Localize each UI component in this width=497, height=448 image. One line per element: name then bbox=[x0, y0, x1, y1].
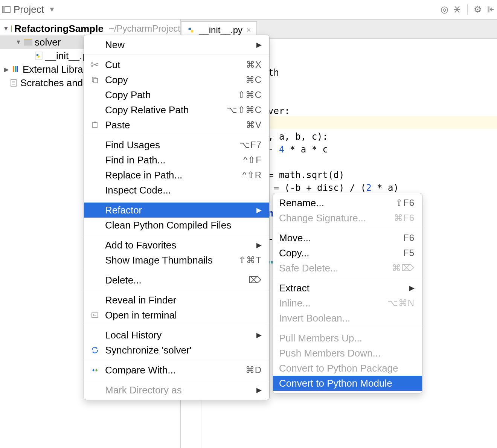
menu-item-inline: Inline...⌥⌘N bbox=[273, 296, 422, 311]
menu-separator bbox=[84, 235, 269, 235]
tab-label: __init__.py bbox=[199, 25, 242, 35]
menu-item-convert-to-module[interactable]: Convert to Python Module bbox=[273, 376, 422, 391]
copy-icon bbox=[90, 76, 100, 83]
menu-item-copy[interactable]: Copy⌘C bbox=[84, 72, 269, 87]
menu-separator bbox=[273, 278, 422, 278]
tree-root-path: ~/PycharmProject bbox=[109, 23, 180, 34]
svg-rect-13 bbox=[94, 78, 98, 83]
menu-item-inspect-code[interactable]: Inspect Code... bbox=[84, 183, 269, 198]
menu-item-push-members-down: Push Members Down... bbox=[273, 346, 422, 361]
paste-icon bbox=[90, 122, 100, 128]
menu-item-compare-with[interactable]: Compare With...⌘D bbox=[84, 363, 269, 378]
menu-item-convert-to-package: Convert to Python Package bbox=[273, 361, 422, 376]
menu-separator bbox=[84, 325, 269, 325]
svg-rect-3 bbox=[488, 6, 489, 12]
collapse-icon[interactable] bbox=[453, 5, 461, 14]
project-toolbar: Project ▼ ◎ ⚙ bbox=[0, 0, 497, 20]
menu-item-move[interactable]: Move...F6 bbox=[273, 230, 422, 245]
python-file-icon bbox=[187, 26, 195, 34]
refactor-submenu: Rename...⇧F6 Change Signature...⌘F6 Move… bbox=[273, 193, 422, 393]
context-menu: New▶ ✂Cut⌘X Copy⌘C Copy Path⇧⌘C Copy Rel… bbox=[84, 35, 270, 400]
submenu-arrow-icon: ▶ bbox=[256, 386, 262, 394]
menu-item-rename[interactable]: Rename...⇧F6 bbox=[273, 195, 422, 210]
menu-item-reveal-finder[interactable]: Reveal in Finder bbox=[84, 293, 269, 308]
compare-icon bbox=[90, 367, 100, 373]
folder-icon bbox=[24, 39, 32, 46]
menu-item-clean-pyc[interactable]: Clean Python Compiled Files bbox=[84, 218, 269, 233]
menu-item-open-terminal[interactable]: Open in terminal bbox=[84, 308, 269, 323]
project-label[interactable]: Project bbox=[14, 4, 44, 15]
menu-item-delete[interactable]: Delete...⌦ bbox=[84, 273, 269, 288]
menu-item-image-thumbnails[interactable]: Show Image Thumbnails⇧⌘T bbox=[84, 253, 269, 268]
gear-icon[interactable]: ⚙ bbox=[474, 5, 482, 14]
hide-icon[interactable] bbox=[486, 5, 495, 14]
folder-icon bbox=[11, 25, 12, 32]
menu-item-cut[interactable]: ✂Cut⌘X bbox=[84, 57, 269, 72]
menu-item-new[interactable]: New▶ bbox=[84, 37, 269, 52]
submenu-arrow-icon: ▶ bbox=[256, 331, 262, 339]
close-icon[interactable]: × bbox=[246, 25, 251, 35]
terminal-icon bbox=[90, 312, 100, 318]
tree-root[interactable]: ▼ RefactoringSample ~/PycharmProject bbox=[0, 22, 180, 35]
disclose-arrow-icon[interactable]: ▶ bbox=[3, 66, 10, 73]
tree-root-name: RefactoringSample bbox=[14, 23, 104, 35]
svg-rect-6 bbox=[15, 66, 16, 72]
menu-separator bbox=[273, 228, 422, 228]
python-file-icon bbox=[35, 52, 43, 60]
menu-separator bbox=[84, 55, 269, 55]
menu-item-add-favorites[interactable]: Add to Favorites▶ bbox=[84, 238, 269, 253]
svg-rect-14 bbox=[93, 122, 97, 128]
menu-item-change-signature: Change Signature...⌘F6 bbox=[273, 210, 422, 226]
menu-item-find-usages[interactable]: Find Usages⌥F7 bbox=[84, 137, 269, 152]
svg-rect-16 bbox=[92, 313, 98, 317]
menu-item-find-in-path[interactable]: Find in Path...^⇧F bbox=[84, 152, 269, 168]
menu-item-refactor[interactable]: Refactor▶ bbox=[84, 203, 269, 218]
menu-item-mark-directory[interactable]: Mark Directory as▶ bbox=[84, 382, 269, 398]
submenu-arrow-icon: ▶ bbox=[409, 284, 415, 292]
sync-icon bbox=[90, 346, 100, 354]
menu-item-copy[interactable]: Copy...F5 bbox=[273, 245, 422, 261]
submenu-arrow-icon: ▶ bbox=[256, 41, 262, 49]
svg-rect-1 bbox=[3, 6, 5, 12]
svg-rect-5 bbox=[13, 66, 14, 72]
menu-item-safe-delete: Safe Delete...⌘⌦ bbox=[273, 261, 422, 276]
cut-icon: ✂ bbox=[90, 59, 100, 71]
menu-item-paste[interactable]: Paste⌘V bbox=[84, 117, 269, 133]
menu-separator bbox=[273, 328, 422, 328]
menu-item-synchronize[interactable]: Synchronize 'solver' bbox=[84, 343, 269, 358]
menu-item-replace-in-path[interactable]: Replace in Path...^⇧R bbox=[84, 168, 269, 183]
tree-item-label: solver bbox=[35, 37, 61, 48]
svg-rect-7 bbox=[17, 66, 18, 72]
menu-item-copy-path[interactable]: Copy Path⇧⌘C bbox=[84, 87, 269, 102]
svg-rect-15 bbox=[94, 122, 96, 123]
toolbar-separator bbox=[467, 4, 468, 15]
menu-separator bbox=[84, 135, 269, 135]
menu-separator bbox=[84, 270, 269, 270]
menu-item-local-history[interactable]: Local History▶ bbox=[84, 328, 269, 343]
project-dropdown-icon[interactable]: ▼ bbox=[49, 6, 55, 14]
library-icon bbox=[12, 65, 20, 73]
menu-separator bbox=[84, 380, 269, 380]
submenu-arrow-icon: ▶ bbox=[256, 241, 262, 249]
menu-separator bbox=[84, 200, 269, 200]
menu-item-extract[interactable]: Extract▶ bbox=[273, 280, 422, 296]
tool-window-icon[interactable] bbox=[2, 5, 11, 14]
scratch-icon bbox=[10, 79, 18, 87]
menu-item-invert-boolean: Invert Boolean... bbox=[273, 311, 422, 326]
locate-icon[interactable]: ◎ bbox=[440, 5, 448, 14]
menu-item-copy-relative-path[interactable]: Copy Relative Path⌥⇧⌘C bbox=[84, 102, 269, 117]
submenu-arrow-icon: ▶ bbox=[256, 206, 262, 214]
menu-separator bbox=[84, 290, 269, 290]
disclose-arrow-icon[interactable]: ▼ bbox=[3, 25, 9, 32]
menu-separator bbox=[84, 360, 269, 360]
menu-item-pull-members-up: Pull Members Up... bbox=[273, 331, 422, 346]
disclose-arrow-icon[interactable]: ▼ bbox=[15, 39, 22, 46]
